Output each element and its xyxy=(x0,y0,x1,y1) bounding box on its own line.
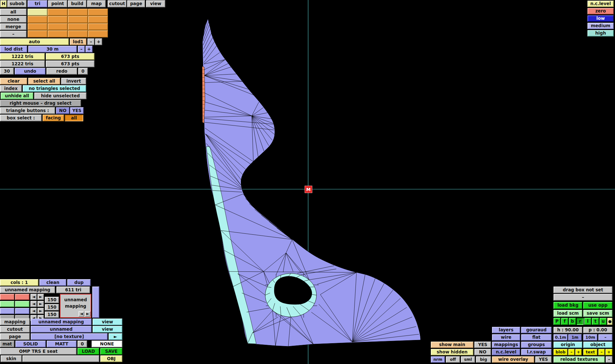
use-opp-button[interactable]: use opp xyxy=(583,302,612,309)
menu-point[interactable]: point xyxy=(48,0,67,7)
groups-button[interactable]: groups xyxy=(521,342,552,348)
gouraud-button[interactable]: gouraud xyxy=(521,327,552,333)
nclevel-medium[interactable]: medium xyxy=(587,23,614,29)
box-select-facing[interactable]: facing xyxy=(43,115,64,121)
right-arrow-icon[interactable]: ► xyxy=(37,308,44,314)
wire-overlay-yes[interactable]: YES xyxy=(535,356,552,363)
page-row-label[interactable]: page xyxy=(0,333,30,340)
grid-dash-button[interactable]: – xyxy=(598,334,612,341)
mat-label[interactable]: mat xyxy=(0,341,14,347)
invert-button[interactable]: invert xyxy=(61,78,86,85)
lrswap-button[interactable]: l.r.swap xyxy=(521,349,552,355)
cutout-row-label[interactable]: cutout xyxy=(0,326,30,333)
right-arrow-icon[interactable]: ► xyxy=(37,294,44,300)
dup-button[interactable]: dup xyxy=(67,279,91,286)
channel-value-2[interactable]: 150 xyxy=(45,304,59,311)
show-hidden-no[interactable]: NO xyxy=(474,349,491,355)
mat-none[interactable]: NONE xyxy=(92,341,122,347)
hide-unselected-button[interactable]: hide unselected xyxy=(34,93,86,99)
left-arrow-icon[interactable]: ◄ xyxy=(30,308,37,314)
left-arrow-icon[interactable]: ◄ xyxy=(30,294,37,300)
object-button[interactable]: object xyxy=(583,342,612,348)
lod-dist-value[interactable]: 30 m xyxy=(28,46,77,53)
page-next-icon[interactable]: ► xyxy=(109,333,122,340)
load-bkg-button[interactable]: load bkg xyxy=(554,302,582,309)
left-arrow-icon[interactable]: ◄ xyxy=(30,301,37,307)
subob-grid-cell[interactable] xyxy=(28,23,47,30)
grid-1m-button[interactable]: 1m xyxy=(568,334,582,341)
clean-button[interactable]: clean xyxy=(39,279,66,286)
view-key-r[interactable]: r xyxy=(577,318,584,325)
wire-button[interactable]: wire xyxy=(492,334,520,341)
subob-grid-cell[interactable] xyxy=(88,16,108,23)
blob-minus-button[interactable]: – xyxy=(568,349,575,355)
color-swatch[interactable] xyxy=(0,308,14,314)
lod-dist-minus-button[interactable]: – xyxy=(78,46,85,53)
load-button[interactable]: LOAD xyxy=(78,348,99,355)
cutout-row-value[interactable]: unnamed xyxy=(31,326,92,333)
mappings-button[interactable]: mappings xyxy=(492,342,520,348)
subob-grid-cell[interactable] xyxy=(68,16,88,23)
menu-subob[interactable]: subob xyxy=(7,0,27,7)
nclevel-button[interactable]: n.c.level xyxy=(492,349,520,355)
right-arrow-icon[interactable]: ► xyxy=(85,311,91,317)
nrm-sml-button[interactable]: sml xyxy=(461,356,475,363)
redo-button[interactable]: redo xyxy=(46,68,77,75)
menu-cutout[interactable]: cutout xyxy=(108,0,127,7)
subob-merge-button[interactable]: merge xyxy=(0,23,27,30)
subob-grid-cell[interactable] xyxy=(88,23,108,30)
nrm-big-button[interactable]: big xyxy=(476,356,491,363)
origin-button[interactable]: origin xyxy=(554,342,582,348)
menu-build[interactable]: build xyxy=(68,0,86,7)
active-mapping-box[interactable]: unnamed mapping ◄ ► xyxy=(60,294,91,318)
load-scm-button[interactable]: load scm xyxy=(554,310,582,317)
subob-grid-cell[interactable] xyxy=(28,16,47,23)
menu-view[interactable]: view xyxy=(146,0,165,7)
triangle-buttons-yes[interactable]: YES xyxy=(70,107,84,114)
color-swatch[interactable] xyxy=(0,301,14,307)
box-select-all[interactable]: all xyxy=(65,115,83,121)
layers-button[interactable]: layers xyxy=(492,327,520,333)
menu-page[interactable]: page xyxy=(127,0,145,7)
show-main-yes[interactable]: YES xyxy=(474,342,491,348)
view-key-t[interactable]: t xyxy=(592,318,599,325)
subob-dash-button[interactable]: – xyxy=(0,31,27,37)
nclevel-zero[interactable]: zero xyxy=(587,8,614,14)
mapping-name[interactable]: unnamed mapping xyxy=(0,287,55,293)
mapping-row-value[interactable]: unnamed mapping xyxy=(31,319,92,325)
wire-overlay-button[interactable]: wire overlay xyxy=(492,356,534,363)
index-button[interactable]: index xyxy=(0,85,22,92)
nrm-off-button[interactable]: off xyxy=(446,356,460,363)
clear-button[interactable]: clear xyxy=(0,78,27,85)
triangle-buttons-no[interactable]: NO xyxy=(56,107,70,114)
channel-value-3[interactable]: 150 xyxy=(45,311,59,318)
lod-dist-plus-button[interactable]: + xyxy=(86,46,93,53)
drag-box-dash[interactable]: – xyxy=(554,294,612,301)
view-key-l[interactable]: l xyxy=(584,318,591,325)
channel-value-1[interactable]: 150 xyxy=(45,297,59,303)
mapping-row-label[interactable]: mapping xyxy=(0,319,30,325)
blob-plus-button[interactable]: + xyxy=(575,349,582,355)
blob-button[interactable]: blob xyxy=(554,349,568,355)
left-arrow-icon[interactable]: ◄ xyxy=(78,311,84,317)
subob-grid-cell[interactable] xyxy=(48,16,68,23)
mapping-view-button[interactable]: view xyxy=(93,319,122,325)
subob-grid-cell[interactable] xyxy=(88,9,108,16)
subob-grid-cell[interactable] xyxy=(88,30,108,37)
undo-button[interactable]: undo xyxy=(15,68,45,75)
grid-10m-button[interactable]: 10m xyxy=(583,334,597,341)
lod-auto-button[interactable]: auto xyxy=(0,38,69,45)
cutout-view-button[interactable]: view xyxy=(93,326,122,333)
menu-h-button[interactable]: H xyxy=(0,0,7,7)
view-key-f[interactable]: f xyxy=(561,318,568,325)
subob-grid-cell[interactable] xyxy=(68,23,88,30)
subob-all-button[interactable]: all xyxy=(0,9,27,15)
subob-grid-cell[interactable] xyxy=(68,30,88,37)
show-main-button[interactable]: show main xyxy=(431,342,473,348)
save-scm-button[interactable]: save scm xyxy=(583,310,612,317)
object-name[interactable]: OMP TRS E seat xyxy=(0,348,77,355)
subob-grid-cell[interactable] xyxy=(28,30,47,37)
menu-map[interactable]: map xyxy=(87,0,106,7)
cols-count[interactable]: cols : 1 xyxy=(0,279,38,286)
lod-plus-button[interactable]: + xyxy=(95,38,102,45)
